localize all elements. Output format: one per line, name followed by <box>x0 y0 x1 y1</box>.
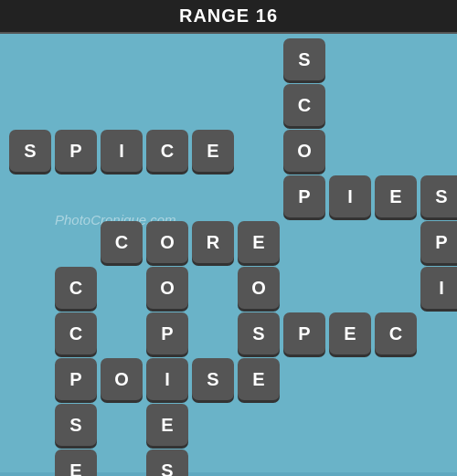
game-board: PhotoCronique.com SCOSPICEPIESCOREPCOOIC… <box>0 34 457 472</box>
tile-e-2-10[interactable]: E <box>55 450 97 476</box>
tile-r-5-5[interactable]: R <box>192 221 234 263</box>
tile-p-2-3[interactable]: P <box>55 130 97 172</box>
tile-p-7-4[interactable]: P <box>283 175 325 217</box>
tile-c-7-2[interactable]: C <box>283 84 325 126</box>
game-title: RANGE 16 <box>0 0 457 34</box>
tile-e-4-9[interactable]: E <box>146 404 188 446</box>
tile-i-4-8[interactable]: I <box>146 358 188 400</box>
tile-o-4-5[interactable]: O <box>146 221 188 263</box>
tile-o-7-3[interactable]: O <box>283 130 325 172</box>
tile-s-1-3[interactable]: S <box>9 130 51 172</box>
tile-s-2-9[interactable]: S <box>55 404 97 446</box>
tile-e-9-4[interactable]: E <box>375 175 417 217</box>
tile-e-5-3[interactable]: E <box>192 130 234 172</box>
tile-i-10-6[interactable]: I <box>420 267 457 309</box>
tile-c-2-6[interactable]: C <box>55 267 97 309</box>
tile-c-3-5[interactable]: C <box>101 221 143 263</box>
tile-s-6-7[interactable]: S <box>238 312 280 354</box>
tile-s-5-8[interactable]: S <box>192 358 234 400</box>
tile-s-7-1[interactable]: S <box>283 38 325 80</box>
tile-c-4-3[interactable]: C <box>146 130 188 172</box>
tile-p-2-8[interactable]: P <box>55 358 97 400</box>
tile-s-10-4[interactable]: S <box>420 175 457 217</box>
tile-o-4-6[interactable]: O <box>146 267 188 309</box>
tile-p-7-7[interactable]: P <box>283 312 325 354</box>
tile-p-4-7[interactable]: P <box>146 312 188 354</box>
tile-e-8-7[interactable]: E <box>329 312 371 354</box>
tile-c-9-7[interactable]: C <box>375 312 417 354</box>
tile-c-2-7[interactable]: C <box>55 312 97 354</box>
tile-s-4-10[interactable]: S <box>146 450 188 476</box>
tile-i-3-3[interactable]: I <box>101 130 143 172</box>
tile-o-6-6[interactable]: O <box>238 267 280 309</box>
tile-e-6-5[interactable]: E <box>238 221 280 263</box>
tile-p-10-5[interactable]: P <box>420 221 457 263</box>
tile-o-3-8[interactable]: O <box>101 358 143 400</box>
tile-i-8-4[interactable]: I <box>329 175 371 217</box>
tile-e-6-8[interactable]: E <box>238 358 280 400</box>
